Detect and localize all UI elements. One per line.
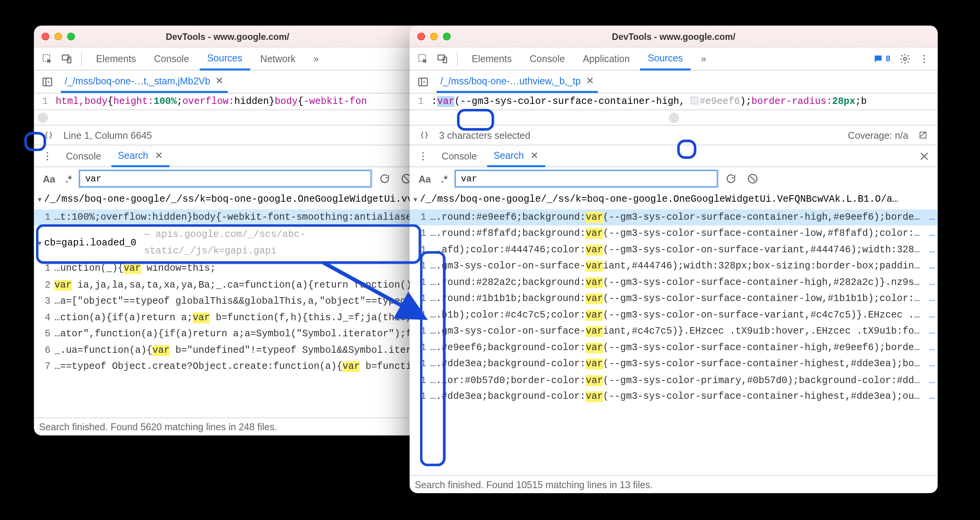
- result-snippet: .afd);color:#444746;color:var(--gm3-sys-…: [430, 242, 926, 258]
- result-row[interactable]: 7==typeof Object.create?Object.create:fu…: [34, 359, 421, 375]
- match-case-toggle[interactable]: Aa: [416, 172, 433, 185]
- more-icon[interactable]: [39, 148, 56, 164]
- tabs-overflow[interactable]: »: [306, 48, 327, 69]
- window-minimize-button[interactable]: [430, 32, 438, 40]
- code-line[interactable]: html,body{height:100%;overflow:hidden}bo…: [52, 94, 371, 110]
- tab-sources[interactable]: Sources: [640, 48, 691, 71]
- window-zoom-button[interactable]: [67, 32, 75, 40]
- clear-icon[interactable]: [745, 170, 761, 187]
- minimap-scrollbar[interactable]: [410, 110, 938, 125]
- result-snippet: unction(_){var window=this;: [54, 261, 419, 277]
- ellipsis-icon: …: [929, 340, 935, 356]
- more-icon[interactable]: [916, 50, 932, 67]
- result-row[interactable]: 1.round:#f8fafd;background:var(--gm3-sys…: [410, 225, 938, 242]
- result-row[interactable]: 1.gm3-sys-color-on-surface-variant,#4447…: [410, 258, 938, 275]
- settings-icon[interactable]: [897, 50, 913, 67]
- close-icon[interactable]: ✕: [155, 150, 163, 160]
- tab-elements[interactable]: Elements: [88, 48, 144, 69]
- result-line-number: 1: [412, 356, 426, 373]
- result-line-number: 1: [412, 242, 426, 258]
- coverage-icon[interactable]: [914, 127, 931, 143]
- disclosure-triangle-icon[interactable]: [38, 235, 42, 251]
- result-row[interactable]: 1.b1b);color:#c4c7c5;color:var(--gm3-sys…: [410, 307, 938, 324]
- result-row[interactable]: 6_.ua=function(a){var b="undefined"!=typ…: [34, 342, 421, 359]
- tab-console[interactable]: Console: [146, 48, 197, 69]
- result-file-header[interactable]: cb=gapi.loaded_0 — apis.google.com/_/scs…: [34, 225, 421, 261]
- gutter: 1: [34, 94, 52, 110]
- match-case-toggle[interactable]: Aa: [40, 172, 57, 185]
- result-row[interactable]: 1.round:#282a2c;background:var(--gm3-sys…: [410, 275, 938, 291]
- close-drawer-icon[interactable]: [916, 148, 932, 164]
- close-icon[interactable]: ✕: [215, 75, 224, 86]
- refresh-icon[interactable]: [376, 170, 393, 187]
- result-row[interactable]: 1unction(_){var window=this;: [34, 261, 421, 277]
- pretty-print-icon[interactable]: [40, 127, 57, 143]
- source-editor[interactable]: 1 html,body{height:100%;overflow:hidden}…: [34, 94, 421, 110]
- result-row[interactable]: 1.round:#1b1b1b;background:var(--gm3-sys…: [410, 291, 938, 307]
- file-tab[interactable]: /_/mss/boq-one-…t,_stam,jMb2Vb ✕: [61, 71, 228, 93]
- source-editor[interactable]: 1 :var(--gm3-sys-color-surface-container…: [410, 94, 938, 110]
- scroll-thumb[interactable]: [668, 112, 679, 123]
- disclosure-triangle-icon[interactable]: [38, 191, 42, 208]
- search-input[interactable]: [79, 170, 371, 187]
- more-icon[interactable]: [415, 148, 431, 164]
- search-results[interactable]: /_/mss/boq-one-google/_/ss/k=boq-one-goo…: [34, 190, 421, 418]
- code-line[interactable]: :var(--gm3-sys-color-surface-container-h…: [428, 94, 871, 110]
- file-tab[interactable]: /_/mss/boq-one-…uthview,_b,_tp ✕: [437, 71, 598, 93]
- tab-sources[interactable]: Sources: [199, 48, 250, 71]
- tabs-overflow[interactable]: »: [693, 48, 714, 69]
- result-row[interactable]: 1.lor:#0b57d0;border-color:var(--gm3-sys…: [410, 372, 938, 389]
- pretty-print-icon[interactable]: [416, 127, 433, 143]
- search-input[interactable]: [455, 170, 718, 187]
- result-row[interactable]: 1.#e9eef6;background-color:var(--gm3-sys…: [410, 340, 938, 356]
- device-icon[interactable]: [434, 50, 450, 67]
- result-file-header[interactable]: /_/mss/boq-one-google/_/ss/k=boq-one-goo…: [34, 190, 421, 209]
- result-row[interactable]: 1.gm3-sys-color-on-surface-variant,#c4c7…: [410, 323, 938, 340]
- drawer-tab-console[interactable]: Console: [435, 146, 483, 165]
- result-row[interactable]: 3a=["object"==typeof globalThis&&globalT…: [34, 293, 421, 310]
- drawer-tab-search[interactable]: Search ✕: [487, 146, 545, 167]
- navigator-toggle-icon[interactable]: [39, 73, 56, 90]
- color-swatch[interactable]: [691, 97, 698, 104]
- tab-network[interactable]: Network: [253, 48, 303, 69]
- result-line-number: 1: [412, 258, 426, 275]
- editor-statusbar: Line 1, Column 6645: [34, 125, 421, 145]
- tab-console[interactable]: Console: [522, 48, 573, 69]
- result-row[interactable]: 1.#dde3ea;background-color:var(--gm3-sys…: [410, 356, 938, 373]
- result-line-number: 3: [36, 293, 51, 310]
- search-results[interactable]: /_/mss/boq-one-google/_/ss/k=boq-one-goo…: [410, 190, 938, 475]
- inspect-icon[interactable]: [415, 50, 431, 67]
- result-row[interactable]: 2var ia,ja,la,sa,ta,xa,ya,Ba;_.ca=functi…: [34, 277, 421, 293]
- result-row[interactable]: 1.round:#e9eef6;background:var(--gm3-sys…: [410, 209, 938, 225]
- result-row[interactable]: 1t:100%;overflow:hidden}body{-webkit-fon…: [34, 209, 421, 225]
- minimap-scrollbar[interactable]: [34, 110, 421, 125]
- close-icon[interactable]: ✕: [586, 75, 594, 86]
- close-icon[interactable]: ✕: [530, 150, 539, 160]
- inspect-icon[interactable]: [39, 50, 56, 67]
- navigator-toggle-icon[interactable]: [415, 73, 431, 90]
- result-row[interactable]: 5ator",function(a){if(a)return a;a=Symbo…: [34, 326, 421, 342]
- separator: [457, 51, 458, 66]
- device-icon[interactable]: [58, 50, 75, 67]
- window-close-button[interactable]: [42, 32, 49, 40]
- result-row[interactable]: 1.afd);color:#444746;color:var(--gm3-sys…: [410, 242, 938, 258]
- tab-elements[interactable]: Elements: [464, 48, 520, 69]
- disclosure-triangle-icon[interactable]: [414, 191, 417, 208]
- result-row[interactable]: 4ction(a){if(a)return a;var b=function(f…: [34, 309, 421, 326]
- refresh-icon[interactable]: [723, 170, 739, 187]
- result-row[interactable]: 1.#dde3ea;background-color:var(--gm3-sys…: [410, 389, 938, 405]
- result-file-header[interactable]: /_/mss/boq-one-google/_/ss/k=boq-one-goo…: [410, 190, 938, 209]
- window-close-button[interactable]: [417, 32, 425, 40]
- window-zoom-button[interactable]: [443, 32, 451, 40]
- scroll-thumb[interactable]: [38, 112, 48, 123]
- drawer-tab-search[interactable]: Search ✕: [112, 146, 169, 167]
- result-snippet: ator",function(a){if(a)return a;a=Symbol…: [54, 326, 419, 342]
- drawer-tab-console[interactable]: Console: [59, 146, 107, 165]
- regex-toggle[interactable]: .*: [438, 172, 450, 185]
- messages-badge[interactable]: 8: [869, 53, 894, 64]
- result-snippet: .gm3-sys-color-on-surface-variant,#c4c7c…: [430, 323, 926, 340]
- result-line-number: 1: [412, 372, 426, 389]
- window-minimize-button[interactable]: [54, 32, 62, 40]
- regex-toggle[interactable]: .*: [63, 172, 74, 185]
- tab-application[interactable]: Application: [575, 48, 638, 69]
